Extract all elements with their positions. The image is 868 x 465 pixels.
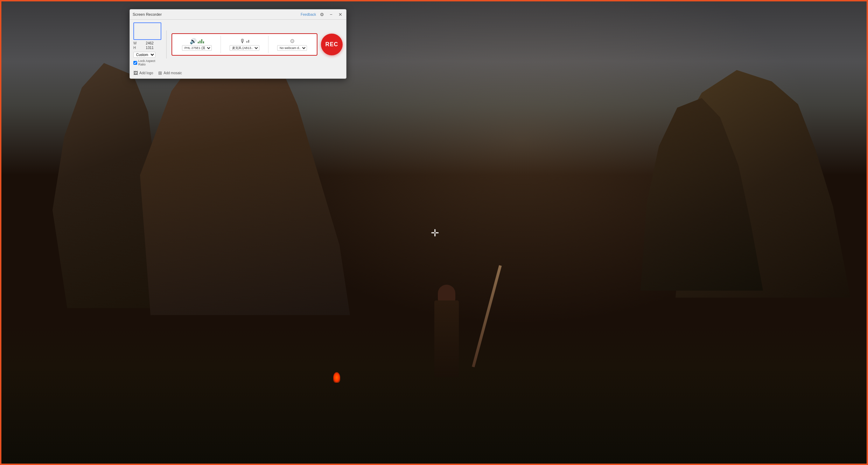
speaker-select[interactable]: PHL 275E1 (英... (182, 45, 212, 51)
mic-icon-row: 🎙 (240, 38, 249, 44)
add-mosaic-button[interactable]: ⊞ Add mosaic (158, 70, 182, 76)
height-value: 1311 (146, 46, 161, 50)
av-controls-section: 🔊 PHL 275E1 (英... 🎙 (172, 33, 317, 56)
campfire (330, 370, 344, 388)
add-logo-icon: 🖼 (133, 70, 138, 76)
cursor-crosshair: ✛ (431, 228, 441, 239)
webcam-icon-row: ⚙ (290, 38, 295, 44)
dialog-main-content: W 2462 H 1311 Custom Lock AspectRatio (130, 20, 346, 69)
speaker-icon: 🔊 (190, 38, 197, 44)
speaker-icon-row: 🔊 (190, 38, 204, 44)
fire-flame (333, 372, 340, 383)
webcam-control: ⚙ No webcam d... (270, 38, 314, 51)
width-value: 2462 (146, 41, 161, 45)
minimize-button[interactable]: − (328, 11, 334, 18)
height-label: H (133, 46, 145, 50)
close-button[interactable]: ✕ (337, 11, 343, 18)
dialog-title: Screen Recorder (133, 12, 162, 16)
speaker-control: 🔊 PHL 275E1 (英... (175, 38, 219, 51)
dimensions-grid: W 2462 H 1311 (133, 41, 161, 50)
speaker-level-dots (198, 39, 204, 43)
settings-button[interactable]: ⚙ (319, 11, 325, 18)
add-logo-label: Add logo (139, 71, 153, 75)
add-mosaic-icon: ⊞ (158, 70, 162, 76)
dimensions-section: W 2462 H 1311 Custom Lock AspectRatio (133, 22, 161, 66)
webcam-select[interactable]: No webcam d... (277, 45, 307, 51)
width-label: W (133, 41, 145, 45)
vertical-divider-1 (166, 30, 167, 58)
rec-button[interactable]: REC (321, 34, 343, 55)
game-character (415, 244, 478, 377)
microphone-select[interactable]: 麦克风 (AB13... (230, 45, 259, 51)
microphone-icon: 🎙 (240, 38, 245, 44)
lock-aspect-row: Lock AspectRatio (133, 59, 161, 66)
add-mosaic-label: Add mosaic (163, 71, 182, 75)
add-logo-button[interactable]: 🖼 Add logo (133, 70, 153, 76)
lock-aspect-label: Lock AspectRatio (138, 59, 155, 66)
feedback-link[interactable]: Feedback (301, 13, 316, 16)
resolution-select[interactable]: Custom (133, 52, 155, 58)
dot-4 (203, 41, 204, 43)
av-divider-1 (220, 36, 221, 53)
capture-area-preview (133, 22, 161, 40)
dialog-bottom-bar: 🖼 Add logo ⊞ Add mosaic (130, 69, 346, 78)
lock-aspect-checkbox[interactable] (133, 61, 137, 65)
mic-dot-1 (246, 41, 247, 43)
av-divider-2 (268, 36, 268, 53)
screen-recorder-dialog: Screen Recorder Feedback ⚙ − ✕ W 2462 H … (130, 9, 346, 79)
mic-dot-2 (248, 40, 249, 43)
mic-level-dots (246, 40, 249, 43)
dialog-controls: Feedback ⚙ − ✕ (301, 11, 343, 18)
resolution-dropdown-row: Custom (133, 52, 161, 58)
microphone-control: 🎙 麦克风 (AB13... (223, 38, 266, 51)
dialog-titlebar: Screen Recorder Feedback ⚙ − ✕ (130, 9, 346, 20)
dot-2 (200, 41, 201, 43)
dot-1 (198, 42, 199, 43)
dot-3 (201, 39, 202, 43)
webcam-icon: ⚙ (290, 38, 295, 44)
character-body (434, 300, 459, 377)
